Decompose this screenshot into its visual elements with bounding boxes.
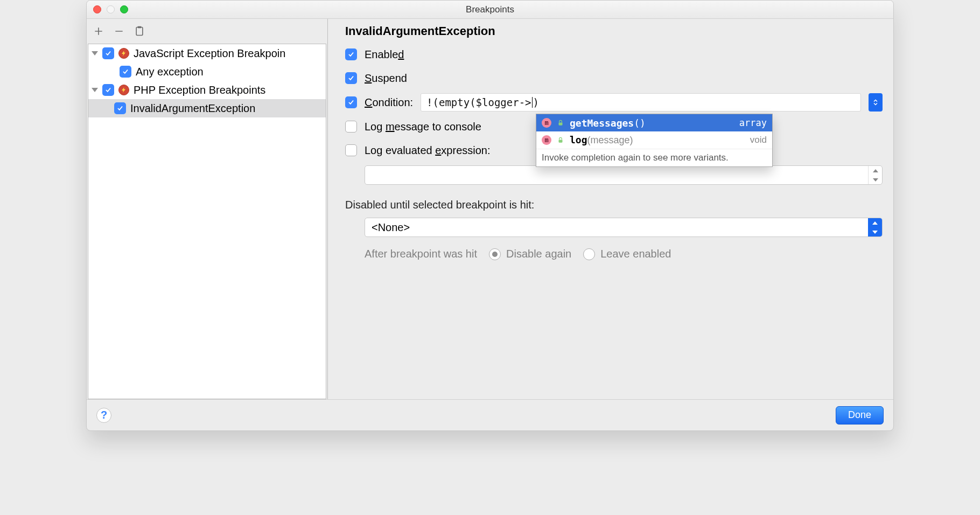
enabled-label: Enabled: [365, 48, 404, 61]
checkbox[interactable]: [120, 66, 131, 78]
tree-toolbar: [87, 19, 327, 44]
condition-input[interactable]: !(empty($logger->): [421, 93, 861, 112]
chevron-up-down-icon[interactable]: [868, 218, 882, 236]
checkbox[interactable]: [102, 47, 114, 59]
condition-history-button[interactable]: [869, 93, 883, 112]
suspend-checkbox[interactable]: [345, 72, 357, 84]
method-icon: m: [542, 118, 551, 128]
stepper-icon[interactable]: [868, 166, 882, 184]
chevron-down-icon[interactable]: [92, 51, 98, 55]
disabled-until-label: Disabled until selected breakpoint is hi…: [345, 199, 883, 211]
tree-group-label: JavaScript Exception Breakpoin: [134, 47, 285, 60]
exception-breakpoint-icon: [118, 48, 129, 59]
svg-rect-3: [559, 140, 563, 142]
text-caret: [532, 97, 533, 108]
done-button[interactable]: Done: [836, 406, 884, 424]
checkbox[interactable]: [114, 102, 126, 114]
breakpoints-dialog: Breakpoints JavaScript Exc: [86, 0, 894, 431]
tree-group-label: PHP Exception Breakpoints: [134, 84, 265, 96]
condition-checkbox[interactable]: [345, 96, 357, 108]
disabled-until-value: <None>: [372, 221, 410, 234]
lock-icon: [557, 119, 564, 127]
condition-row: Condition: !(empty($logger->): [345, 93, 883, 112]
svg-rect-0: [136, 27, 143, 36]
window-title: Breakpoints: [87, 4, 893, 15]
code-completion-popup: m getMessages() array m log(message) voi…: [536, 114, 773, 167]
radio-selected-icon: [489, 248, 501, 260]
tree-item-invalid-argument[interactable]: InvalidArgumentException: [88, 99, 326, 117]
method-icon: m: [542, 135, 551, 145]
minus-icon: [114, 26, 124, 37]
tree-group-js[interactable]: JavaScript Exception Breakpoin: [88, 44, 326, 62]
suspend-label: Suspend: [365, 72, 407, 85]
tree-group-php[interactable]: PHP Exception Breakpoints: [88, 81, 326, 99]
svg-rect-1: [138, 26, 142, 28]
completion-footer: Invoke completion again to see more vari…: [536, 149, 772, 166]
leave-enabled-radio[interactable]: Leave enabled: [583, 248, 671, 260]
disabled-until-row: <None>: [365, 218, 883, 237]
after-hit-row: After breakpoint was hit Disable again L…: [345, 248, 883, 260]
enabled-row: Enabled: [345, 46, 883, 63]
condition-label: Condition:: [365, 96, 413, 109]
log-message-checkbox[interactable]: [345, 121, 357, 133]
log-message-label: Log message to console: [365, 121, 481, 133]
tree-item-any-exception[interactable]: Any exception: [88, 62, 326, 81]
disabled-until-select[interactable]: <None>: [365, 218, 883, 237]
expression-input[interactable]: [365, 165, 883, 185]
detail-heading: InvalidArgumentException: [345, 24, 883, 38]
checkbox[interactable]: [102, 84, 114, 96]
add-button[interactable]: [92, 25, 105, 38]
titlebar: Breakpoints: [87, 1, 893, 19]
expression-input-row: [365, 165, 883, 185]
content: JavaScript Exception Breakpoin Any excep…: [87, 19, 893, 399]
plus-icon: [93, 26, 104, 37]
tree-item-label: Any exception: [136, 66, 204, 78]
group-by-button[interactable]: [133, 25, 146, 38]
after-hit-label: After breakpoint was hit: [365, 248, 477, 260]
help-button[interactable]: ?: [96, 408, 111, 423]
left-panel: JavaScript Exception Breakpoin Any excep…: [87, 19, 328, 399]
disable-again-radio[interactable]: Disable again: [489, 248, 571, 260]
radio-icon: [583, 248, 595, 260]
log-expression-checkbox[interactable]: [345, 144, 357, 156]
suspend-row: Suspend: [345, 69, 883, 87]
remove-button[interactable]: [113, 25, 125, 38]
log-expression-label: Log evaluated expression:: [365, 144, 491, 157]
exception-breakpoint-icon: [118, 85, 129, 95]
chevron-down-icon[interactable]: [92, 88, 98, 92]
breakpoint-tree[interactable]: JavaScript Exception Breakpoin Any excep…: [88, 44, 326, 399]
svg-rect-2: [559, 122, 563, 125]
tree-item-label: InvalidArgumentException: [130, 102, 255, 115]
chevron-up-down-icon: [872, 99, 879, 106]
completion-item[interactable]: m log(message) void: [536, 131, 772, 149]
lock-icon: [557, 136, 564, 144]
enabled-checkbox[interactable]: [345, 48, 357, 60]
detail-panel: InvalidArgumentException Enabled Suspend…: [328, 19, 893, 399]
completion-item[interactable]: m getMessages() array: [536, 114, 772, 131]
dialog-footer: ? Done: [87, 399, 893, 430]
clipboard-icon: [134, 25, 145, 37]
